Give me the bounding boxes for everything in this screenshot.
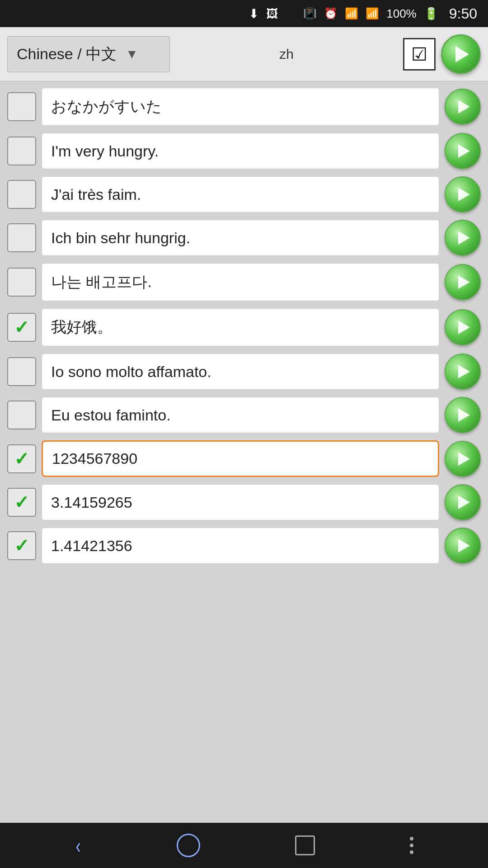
checkmark-icon: ✓ [14,448,29,469]
play-icon [458,144,470,158]
row-checkbox[interactable]: ✓ [7,531,36,560]
row-text[interactable]: I'm very hungry. [42,133,439,169]
play-all-icon [455,46,469,62]
row-checkbox[interactable] [7,137,36,165]
row-play-button[interactable] [445,264,481,300]
battery-percent: 100% [386,7,417,21]
status-time: 9:50 [449,5,477,22]
play-icon [458,495,470,509]
checkmark-icon: ✓ [14,535,29,556]
checkmark-icon: ✓ [14,317,29,338]
list-item: I'm very hungry. [0,130,488,172]
status-bar: ⬇ 🖼 📳 ⏰ 📶 📶 100% 🔋 9:50 [0,0,488,27]
language-selector[interactable]: Chinese / 中文 ▼ [7,36,170,72]
play-all-button[interactable] [441,34,481,74]
row-text[interactable]: おなかがすいた [42,88,439,126]
list-item: Ich bin sehr hungrig. [0,217,488,259]
play-icon [458,452,470,466]
play-icon [458,275,470,289]
checkmark-icon: ✓ [14,492,29,513]
list-item: ✓1.41421356 [0,525,488,566]
list-item: 나는 배고프다. [0,260,488,304]
download-icon: ⬇ [249,6,259,21]
list-item: J'ai très faim. [0,174,488,215]
list-item: Io sono molto affamato. [0,351,488,392]
recents-button[interactable] [295,835,315,855]
row-play-button[interactable] [445,309,481,345]
row-text[interactable]: 我好饿。 [42,308,439,346]
row-checkbox[interactable] [7,268,36,297]
row-checkbox[interactable] [7,401,36,429]
row-checkbox[interactable] [7,92,36,121]
select-all-checkbox[interactable]: ☑ [403,38,436,71]
row-text[interactable]: Ich bin sehr hungrig. [42,220,439,256]
row-text[interactable]: Eu estou faminto. [42,397,439,433]
row-play-button[interactable] [445,89,481,125]
menu-icon [410,850,413,854]
home-icon [177,834,200,857]
row-text[interactable]: 3.14159265 [42,484,439,520]
row-text[interactable]: J'ai très faim. [42,176,439,212]
menu-icon [410,837,413,840]
wifi-icon: 📶 [345,7,358,20]
play-icon [458,365,470,378]
dropdown-arrow-icon: ▼ [126,47,138,61]
home-button[interactable] [177,834,200,857]
play-icon [458,100,470,113]
signal-icon: 📶 [366,7,379,20]
top-bar-actions: ☑ [403,34,481,74]
list-item: おなかがすいた [0,85,488,128]
language-label: Chinese / 中文 [17,44,117,65]
row-text[interactable]: 나는 배고프다. [42,263,439,301]
play-icon [458,539,470,552]
back-icon: ‹ [75,833,80,858]
bottom-nav: ‹ [0,823,488,868]
row-text[interactable]: Io sono molto affamato. [42,354,439,390]
row-text[interactable]: 1.41421356 [42,528,439,564]
row-play-button[interactable] [445,133,481,169]
row-checkbox[interactable]: ✓ [7,444,36,473]
menu-button[interactable] [410,837,413,854]
row-play-button[interactable] [445,176,481,212]
row-play-button[interactable] [445,354,481,390]
row-checkbox[interactable]: ✓ [7,313,36,342]
lang-code: zh [177,47,396,62]
top-bar: Chinese / 中文 ▼ zh ☑ [0,27,488,81]
row-play-button[interactable] [445,484,481,520]
phrase-list: おなかがすいたI'm very hungry.J'ai très faim.Ic… [0,81,488,823]
list-item: ✓3.14159265 [0,481,488,523]
row-play-button[interactable] [445,397,481,433]
row-checkbox[interactable] [7,180,36,209]
list-item: ✓1234567890 [0,438,488,480]
row-checkbox[interactable]: ✓ [7,488,36,517]
play-icon [458,188,470,201]
image-icon: 🖼 [266,7,278,21]
vibrate-icon: 📳 [303,7,317,20]
back-button[interactable]: ‹ [75,833,82,858]
list-item: Eu estou faminto. [0,394,488,436]
list-item: ✓我好饿。 [0,306,488,349]
row-play-button[interactable] [445,220,481,256]
play-icon [458,321,470,334]
row-play-button[interactable] [445,441,481,477]
row-play-button[interactable] [445,528,481,564]
checkbox-mark-icon: ☑ [411,44,427,65]
alarm-icon: ⏰ [324,7,338,20]
row-checkbox[interactable] [7,357,36,386]
menu-icon [410,844,413,847]
row-text[interactable]: 1234567890 [42,440,439,477]
row-checkbox[interactable] [7,223,36,252]
recents-icon [295,835,315,855]
battery-icon: 🔋 [424,7,438,21]
play-icon [458,408,470,422]
play-icon [458,231,470,245]
